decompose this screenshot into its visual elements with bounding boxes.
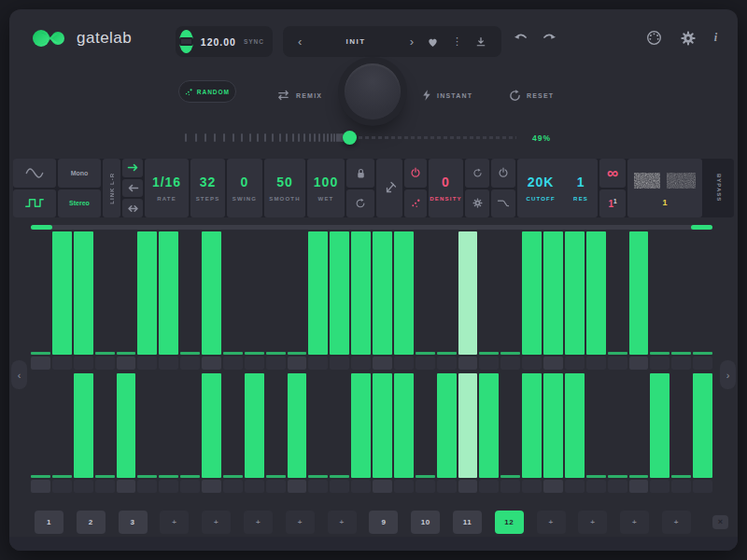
filter-controls[interactable]: 20K CUTOFF 1 RES <box>517 159 598 217</box>
step-cell[interactable] <box>543 373 563 478</box>
instant-button[interactable]: INSTANT <box>422 89 472 102</box>
random-button[interactable]: RANDOM <box>178 80 236 103</box>
substep-cell[interactable] <box>629 357 649 370</box>
preset-prev-button[interactable]: ‹ <box>292 35 307 48</box>
amount-track[interactable] <box>359 136 516 139</box>
repeat-count-button[interactable]: 11 <box>599 189 626 218</box>
step-cell[interactable] <box>159 231 178 355</box>
substep-cell[interactable] <box>650 357 669 370</box>
step-cell[interactable] <box>416 231 435 355</box>
substep-cell[interactable] <box>479 357 499 370</box>
substep-cell[interactable] <box>180 357 200 370</box>
step-cell[interactable] <box>693 373 712 478</box>
substep-cell[interactable] <box>437 480 457 493</box>
substep-cell[interactable] <box>288 480 307 493</box>
substep-cell[interactable] <box>437 357 457 370</box>
steps-control[interactable]: 32 STEPS <box>190 159 225 217</box>
substep-cell[interactable] <box>693 480 712 493</box>
throw-dice-cell[interactable] <box>376 159 402 217</box>
step-cell[interactable] <box>565 231 585 355</box>
substep-cell[interactable] <box>693 357 712 370</box>
step-cell[interactable] <box>202 231 221 355</box>
step-cell[interactable] <box>394 231 414 355</box>
step-cell[interactable] <box>266 231 286 355</box>
step-cell[interactable] <box>522 373 542 478</box>
substep-cell[interactable] <box>522 357 542 370</box>
substep-cell[interactable] <box>223 357 243 370</box>
step-cell[interactable] <box>543 231 563 355</box>
substep-cell[interactable] <box>330 357 349 370</box>
direction-forward-button[interactable] <box>122 159 143 177</box>
substep-cell[interactable] <box>308 480 328 493</box>
substep-cell[interactable] <box>565 357 585 370</box>
export-button[interactable] <box>470 36 492 48</box>
step-cell[interactable] <box>308 373 328 478</box>
pattern-slot-add[interactable]: + <box>578 511 607 534</box>
step-cell[interactable] <box>52 231 72 355</box>
scroll-right-button[interactable]: › <box>720 360 736 389</box>
pattern-slot-2[interactable]: 2 <box>77 511 106 534</box>
substep-cell[interactable] <box>180 480 200 493</box>
preset-menu-button[interactable]: ⋮ <box>446 35 468 48</box>
step-cell[interactable] <box>31 231 50 355</box>
step-cell[interactable] <box>330 373 349 478</box>
step-cell[interactable] <box>74 231 93 355</box>
substep-cell[interactable] <box>31 480 50 493</box>
redo-button[interactable] <box>542 32 557 42</box>
substep-cell[interactable] <box>31 357 50 370</box>
pattern-slot-10[interactable]: 10 <box>411 511 440 534</box>
step-cell[interactable] <box>629 373 649 478</box>
substep-cell[interactable] <box>351 357 371 370</box>
pattern-slot-1[interactable]: 1 <box>35 511 63 534</box>
substep-cell[interactable] <box>586 480 606 493</box>
midi-button[interactable] <box>646 30 662 46</box>
substep-cell[interactable] <box>629 480 649 493</box>
lock-button[interactable] <box>346 159 374 188</box>
settings-button[interactable] <box>681 31 696 46</box>
substep-cell[interactable] <box>137 480 157 493</box>
substep-cell[interactable] <box>416 480 435 493</box>
step-cell[interactable] <box>180 231 200 355</box>
substep-cell[interactable] <box>351 480 371 493</box>
substep-cell[interactable] <box>500 480 520 493</box>
step-cell[interactable] <box>351 373 371 478</box>
step-cell[interactable] <box>608 373 627 478</box>
undo-button[interactable] <box>514 32 529 42</box>
filter-power-button[interactable] <box>491 159 515 188</box>
preset-next-button[interactable]: › <box>404 35 419 48</box>
direction-pingpong-button[interactable] <box>122 199 143 217</box>
substep-cell[interactable] <box>458 480 478 493</box>
pattern-slot-11[interactable]: 11 <box>453 511 482 534</box>
substep-cell[interactable] <box>522 480 542 493</box>
substep-cell[interactable] <box>416 357 435 370</box>
direction-backward-button[interactable] <box>122 179 143 198</box>
step-cell[interactable] <box>288 373 307 478</box>
pattern-slot-add[interactable]: + <box>328 511 357 534</box>
step-cell[interactable] <box>479 373 499 478</box>
pattern-slot-3[interactable]: 3 <box>119 511 148 534</box>
step-cell-playhead[interactable] <box>458 373 478 478</box>
scroll-left-button[interactable]: ‹ <box>11 360 27 389</box>
noise-cell[interactable]: 1 <box>627 159 702 217</box>
pattern-slot-12[interactable]: 12 <box>495 511 524 534</box>
substep-cell[interactable] <box>500 357 520 370</box>
step-cell[interactable] <box>351 231 371 355</box>
substep-cell[interactable] <box>52 357 72 370</box>
step-cell[interactable] <box>288 231 307 355</box>
step-cell[interactable] <box>650 231 669 355</box>
substep-cell[interactable] <box>202 357 221 370</box>
substep-cell[interactable] <box>74 357 93 370</box>
pattern-slot-add[interactable]: + <box>160 511 189 534</box>
step-cell[interactable] <box>52 373 72 478</box>
substep-cell[interactable] <box>137 357 157 370</box>
substep-cell[interactable] <box>159 480 178 493</box>
sync-toggle[interactable]: SYNC <box>244 38 264 45</box>
substep-cell[interactable] <box>308 357 328 370</box>
density-power-button[interactable] <box>404 159 427 188</box>
substep-cell[interactable] <box>52 480 72 493</box>
swing-control[interactable]: 0 SWING <box>227 159 262 217</box>
step-cell[interactable] <box>223 373 243 478</box>
substep-cell[interactable] <box>95 480 115 493</box>
mono-button[interactable]: Mono <box>58 159 101 188</box>
step-cell[interactable] <box>95 231 115 355</box>
